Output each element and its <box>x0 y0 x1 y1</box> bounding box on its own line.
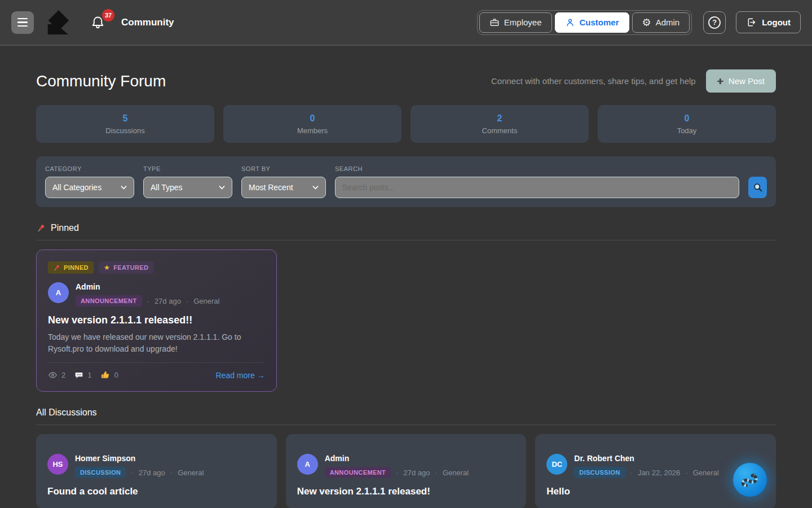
briefcase-icon <box>489 17 500 28</box>
post-category: General <box>693 468 719 477</box>
stat-card-members: 0 Members <box>223 105 401 143</box>
discussions-grid: HS Homer Simpson DISCUSSION · 27d ago · … <box>36 434 776 508</box>
avatar: A <box>48 282 69 303</box>
featured-badge-label: FEATURED <box>113 264 148 271</box>
post-category: General <box>178 468 204 477</box>
search-icon <box>752 182 764 193</box>
meta-separator: · <box>131 468 133 477</box>
role-button-label: Customer <box>580 17 619 27</box>
stat-card-today: 0 Today <box>598 105 776 143</box>
navbar-title: Community <box>121 17 174 28</box>
sort-select[interactable]: Most Recent <box>241 177 326 198</box>
stat-value: 2 <box>497 113 502 124</box>
avatar: DC <box>546 454 567 475</box>
comment-icon <box>74 371 83 380</box>
star-icon: ★ <box>104 264 110 271</box>
search-filter-label: SEARCH <box>335 165 739 172</box>
stat-label: Discussions <box>105 126 144 135</box>
question-mark-icon: ? <box>708 16 721 29</box>
new-post-button[interactable]: + New Post <box>706 69 776 93</box>
avatar: HS <box>47 454 68 475</box>
pinned-section-title: Pinned <box>51 223 79 233</box>
pinned-post-card[interactable]: PINNED ★ FEATURED A Admin ANNOUNCEMENT ·… <box>36 249 277 392</box>
filter-bar: CATEGORY All Categories TYPE All Types S… <box>36 156 776 207</box>
page-subtitle: Connect with other customers, share tips… <box>491 76 696 86</box>
comments-count: 1 <box>87 371 91 379</box>
pinned-section-header: Pinned <box>36 223 776 240</box>
main-content: Community Forum Connect with other custo… <box>0 69 812 508</box>
person-icon <box>565 17 575 28</box>
meta-separator: · <box>630 468 633 477</box>
post-excerpt: Today we have released our new version 2… <box>48 331 265 355</box>
read-more-link[interactable]: Read more → <box>216 371 265 380</box>
pushpin-icon <box>53 264 60 271</box>
post-title: New version 2.1.1.1 released!! <box>48 314 265 326</box>
page-title: Community Forum <box>36 72 166 90</box>
discussions-section-header: All Discussions <box>36 408 776 425</box>
stat-card-comments: 2 Comments <box>411 105 589 143</box>
author-name: Admin <box>76 282 219 291</box>
likes-stat: 0 <box>100 370 118 380</box>
post-type-badge: ANNOUNCEMENT <box>325 467 391 478</box>
role-button-admin[interactable]: ⚙ Admin <box>632 12 690 33</box>
role-button-label: Admin <box>656 17 680 27</box>
featured-badge: ★ FEATURED <box>99 261 153 274</box>
logout-icon <box>746 17 757 28</box>
post-category: General <box>443 468 469 477</box>
role-button-label: Employee <box>504 17 542 27</box>
stats-row: 5 Discussions 0 Members 2 Comments 0 Tod… <box>36 105 776 143</box>
category-select[interactable]: All Categories <box>45 177 134 198</box>
post-title: Found a cool article <box>47 486 266 497</box>
meta-separator: · <box>435 468 438 477</box>
pinned-badge: PINNED <box>48 261 94 274</box>
post-title: Hello <box>546 486 765 497</box>
stat-card-discussions: 5 Discussions <box>36 105 214 143</box>
role-button-customer[interactable]: Customer <box>555 12 629 33</box>
stat-label: Today <box>677 126 697 135</box>
views-stat: 2 <box>48 370 65 380</box>
notifications-bell[interactable]: 37 <box>90 14 105 31</box>
chevron-down-icon <box>219 185 225 190</box>
logout-button[interactable]: Logout <box>736 11 801 33</box>
gear-icon: ⚙ <box>642 17 651 28</box>
author-name: Admin <box>325 454 469 463</box>
hamburger-menu-button[interactable] <box>11 11 34 34</box>
role-button-employee[interactable]: Employee <box>479 12 552 33</box>
category-select-value: All Categories <box>52 183 102 192</box>
help-button[interactable]: ? <box>703 11 726 34</box>
stat-value: 0 <box>310 113 315 124</box>
author-name: Homer Simpson <box>75 454 204 463</box>
eye-icon <box>48 370 58 380</box>
plus-icon: + <box>717 76 723 86</box>
post-title: New version 2.1.1.1 released! <box>297 486 515 497</box>
post-category: General <box>193 297 219 305</box>
type-select-value: All Types <box>151 183 183 192</box>
meta-separator: · <box>396 468 398 477</box>
post-time: 27d ago <box>155 297 181 305</box>
search-input[interactable] <box>335 177 739 198</box>
post-time: Jan 22, 2026 <box>638 468 680 477</box>
chevron-down-icon <box>312 185 319 190</box>
chat-widget-button[interactable] <box>733 463 767 497</box>
author-name: Dr. Robert Chen <box>574 454 719 463</box>
stat-value: 5 <box>123 113 128 124</box>
post-type-badge: DISCUSSION <box>574 467 625 478</box>
category-filter-label: CATEGORY <box>45 165 134 172</box>
new-post-label: New Post <box>729 76 765 86</box>
stat-value: 0 <box>685 113 690 124</box>
meta-separator: · <box>186 297 188 305</box>
app-logo-icon <box>44 9 70 36</box>
sort-filter-label: SORT BY <box>241 165 326 172</box>
pushpin-icon <box>36 224 46 233</box>
meta-separator: · <box>170 468 173 477</box>
discussion-card[interactable]: A Admin ANNOUNCEMENT · 27d ago · General… <box>286 434 527 508</box>
discussion-card[interactable]: HS Homer Simpson DISCUSSION · 27d ago · … <box>36 434 277 508</box>
thumbs-up-icon <box>100 370 110 380</box>
logout-label: Logout <box>762 17 791 27</box>
meta-separator: · <box>685 468 687 477</box>
type-filter-label: TYPE <box>143 165 232 172</box>
post-time: 27d ago <box>404 468 430 477</box>
snake-logo-icon <box>739 468 761 491</box>
search-button[interactable] <box>748 177 767 198</box>
type-select[interactable]: All Types <box>143 177 232 198</box>
